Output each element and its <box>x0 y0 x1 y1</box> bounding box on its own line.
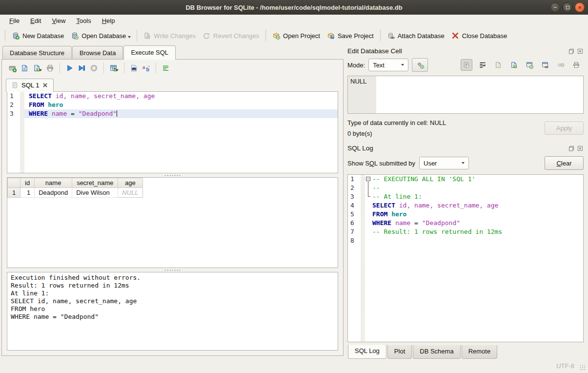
sql-log-view[interactable]: 1−-- EXECUTING ALL IN 'SQL 1'2--3-- At l… <box>347 174 584 342</box>
editor-line[interactable]: 2FROM hero <box>7 101 338 109</box>
open-external-button[interactable] <box>524 60 535 70</box>
table-cell[interactable]: NULL <box>118 188 142 198</box>
column-header-age[interactable]: age <box>118 178 142 188</box>
table-cell[interactable]: Deadpond <box>35 188 72 198</box>
text-mode-icon <box>463 61 470 69</box>
export-results-button[interactable] <box>108 62 120 74</box>
bottom-tab-sql-log[interactable]: SQL Log <box>348 345 386 359</box>
format-sql-icon <box>162 64 170 72</box>
log-filter-combobox[interactable]: User <box>419 157 469 169</box>
toolbar-handle[interactable] <box>379 30 382 41</box>
log-line[interactable]: 3-- At line 1: <box>348 192 583 201</box>
fold-marker-end <box>365 192 372 201</box>
execute-all-button[interactable] <box>64 62 75 74</box>
log-line[interactable]: 8 <box>348 236 583 245</box>
gear-apply-icon <box>416 61 424 69</box>
toolbar-separator <box>124 62 124 73</box>
log-line[interactable]: 2-- <box>348 184 583 192</box>
float-panel-icon[interactable] <box>568 145 575 152</box>
editor-line[interactable]: 3WHERE name = "Deadpond" <box>7 109 338 118</box>
cell-edit-area[interactable] <box>376 76 583 113</box>
menu-view[interactable]: View <box>46 16 71 26</box>
close-database-button[interactable]: Close Database <box>448 29 511 42</box>
column-header-secret-name[interactable]: secret_name <box>72 178 118 188</box>
print-button[interactable] <box>44 62 56 74</box>
encoding-indicator: UTF-8 <box>556 362 574 370</box>
maximize-button[interactable] <box>563 2 572 12</box>
tab-execute-sql[interactable]: Execute SQL <box>123 45 176 60</box>
fold-marker-start[interactable]: − <box>365 175 372 184</box>
replace-button[interactable]: ab <box>141 62 152 74</box>
table-cell[interactable]: Dive Wilson <box>72 188 118 198</box>
new-sql-tab-icon <box>8 64 17 72</box>
find-button[interactable] <box>128 62 140 74</box>
editor-results-splitter[interactable] <box>2 173 343 177</box>
toolbar-handle[interactable] <box>4 30 6 41</box>
left-pane: Database StructureBrowse DataExecute SQL… <box>0 44 344 359</box>
mode-combobox[interactable]: Text <box>368 59 408 71</box>
log-line[interactable]: 7-- Result: 1 rows returned in 12ms <box>348 228 583 236</box>
fold-marker <box>365 201 372 210</box>
dropdown-caret-icon[interactable] <box>128 36 131 38</box>
fold-marker <box>365 228 372 236</box>
save-project-icon <box>327 32 335 40</box>
column-header-id[interactable]: id <box>20 178 35 188</box>
titlebar[interactable]: DB Browser for SQLite - /home/user/code/… <box>0 0 588 15</box>
line-number: 1 <box>7 92 20 101</box>
open-project-button[interactable]: Open Project <box>269 29 324 42</box>
column-header-name[interactable]: name <box>35 178 72 188</box>
format-sql-button[interactable] <box>160 62 171 74</box>
close-panel-icon[interactable] <box>577 145 584 152</box>
word-wrap-button[interactable] <box>477 60 488 70</box>
new-sql-tab-button[interactable] <box>7 62 18 74</box>
fold-marker-mid <box>365 184 372 192</box>
log-line[interactable]: 6WHERE name = "Deadpond" <box>348 219 583 228</box>
execute-sql-page: ab SQL 1 1SELECT id, name, secret_name, … <box>1 59 344 356</box>
apply-format-button[interactable] <box>412 58 428 72</box>
log-line[interactable]: 1−-- EXECUTING ALL IN 'SQL 1' <box>348 175 583 184</box>
cell-editor-box[interactable]: NULL <box>347 76 584 114</box>
sql-editor[interactable]: 1SELECT id, name, secret_name, age2FROM … <box>7 91 338 173</box>
print-cell-button[interactable] <box>571 60 582 70</box>
new-database-button[interactable]: New Database <box>8 29 67 42</box>
export-data-button[interactable] <box>508 60 519 70</box>
toolbar-handle[interactable] <box>264 30 267 41</box>
copy-link-button[interactable] <box>540 60 550 70</box>
toolbar-separator <box>137 30 137 41</box>
tab-database-structure[interactable]: Database Structure <box>2 46 72 59</box>
log-line[interactable]: 4SELECT id, name, secret_name, age <box>348 201 583 210</box>
bottom-tab-plot[interactable]: Plot <box>387 345 412 359</box>
resize-grip-icon[interactable] <box>580 365 586 371</box>
minimize-button[interactable]: − <box>550 2 560 12</box>
open-sql-file-button[interactable] <box>19 62 30 74</box>
sql-tab-close-icon[interactable] <box>42 82 48 88</box>
results-message-splitter[interactable] <box>2 268 343 272</box>
close-panel-icon[interactable] <box>577 48 584 55</box>
menu-file[interactable]: File <box>4 16 25 26</box>
sql-tab[interactable]: SQL 1 <box>6 79 54 92</box>
save-sql-file-button[interactable] <box>31 62 43 74</box>
menu-tools[interactable]: Tools <box>71 16 96 26</box>
close-button[interactable]: × <box>575 2 585 12</box>
line-number: 2 <box>348 184 361 192</box>
corner-header[interactable] <box>8 178 20 188</box>
attach-database-button[interactable]: Attach Database <box>384 29 448 42</box>
dropdown-caret-icon[interactable] <box>39 69 42 71</box>
float-panel-icon[interactable] <box>568 48 575 55</box>
table-cell[interactable]: 1 <box>20 188 35 198</box>
menu-edit[interactable]: Edit <box>25 16 46 26</box>
copy-link-icon <box>541 61 549 69</box>
open-database-button[interactable]: Open Database <box>67 29 134 42</box>
dropdown-caret-icon[interactable] <box>116 69 119 71</box>
log-line[interactable]: 5FROM hero <box>348 210 583 219</box>
bottom-tab-remote[interactable]: Remote <box>462 345 498 359</box>
save-project-button[interactable]: Save Project <box>324 29 377 42</box>
text-mode-button[interactable] <box>461 59 472 71</box>
tab-browse-data[interactable]: Browse Data <box>72 46 123 59</box>
editor-line[interactable]: 1SELECT id, name, secret_name, age <box>7 92 338 101</box>
execute-line-button[interactable] <box>76 62 87 74</box>
menu-help[interactable]: Help <box>97 16 121 26</box>
row-header[interactable]: 1 <box>8 188 20 198</box>
bottom-tab-db-schema[interactable]: DB Schema <box>413 345 460 359</box>
clear-log-button[interactable]: Clear <box>545 156 584 170</box>
